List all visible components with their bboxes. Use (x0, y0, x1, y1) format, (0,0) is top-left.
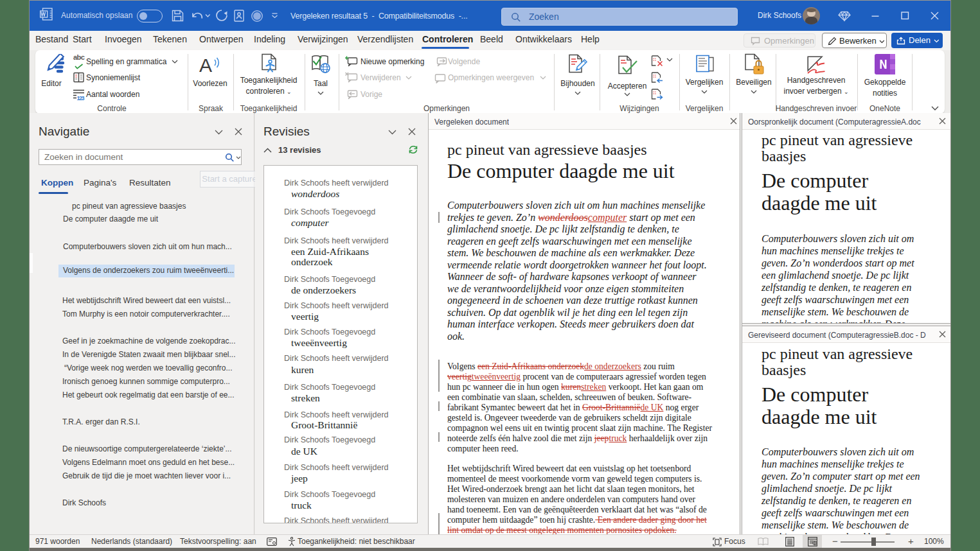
svg-text:123: 123 (77, 95, 85, 101)
svg-text:A: A (199, 55, 212, 75)
